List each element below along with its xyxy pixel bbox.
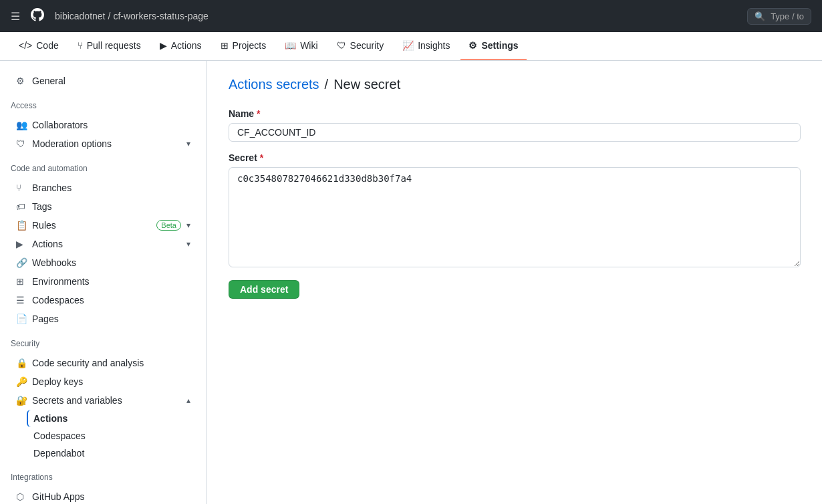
sidebar-tags-label: Tags: [32, 201, 190, 212]
wiki-icon: 📖: [285, 40, 296, 51]
nav-insights[interactable]: 📈 Insights: [394, 32, 458, 60]
hamburger-icon[interactable]: ☰: [11, 10, 20, 23]
breadcrumb-repo[interactable]: cf-workers-status-page: [113, 11, 208, 21]
moderation-chevron-icon: ▾: [186, 139, 190, 148]
secret-label: Secret *: [229, 152, 801, 163]
search-bar[interactable]: 🔍 Type / to: [747, 8, 811, 25]
nav-code-label: Code: [36, 40, 58, 51]
moderation-icon: 🛡: [16, 138, 27, 149]
secret-form-group: Secret * c0c354807827046621d330d8b30f7a4: [229, 152, 801, 269]
sidebar-general-label: General: [32, 76, 190, 86]
sidebar-code-section: Code and automation: [11, 164, 196, 173]
rules-beta-badge: Beta: [156, 220, 181, 231]
branches-icon: ⑂: [16, 182, 27, 193]
nav-code[interactable]: </> Code: [11, 32, 67, 60]
sidebar-item-collaborators[interactable]: 👥 Collaborators: [11, 116, 196, 134]
breadcrumb-sep1: /: [108, 11, 111, 21]
name-input[interactable]: [229, 123, 801, 142]
sidebar-item-codespaces[interactable]: ☰ Codespaces: [11, 291, 196, 309]
nav-actions[interactable]: ▶ Actions: [152, 32, 210, 60]
security-icon: 🛡: [337, 40, 346, 51]
nav-security-label: Security: [350, 40, 384, 51]
code-security-icon: 🔒: [16, 358, 27, 368]
sidebar-sub-item-actions[interactable]: Actions: [27, 410, 196, 427]
sidebar-sub-item-codespaces[interactable]: Codespaces: [27, 427, 196, 445]
webhooks-icon: 🔗: [16, 257, 27, 268]
main-layout: ⚙ General Access 👥 Collaborators 🛡 Moder…: [0, 61, 822, 504]
nav-settings[interactable]: ⚙ Settings: [460, 32, 526, 60]
secret-textarea[interactable]: c0c354807827046621d330d8b30f7a4: [229, 167, 801, 267]
nav-pull-requests-label: Pull requests: [87, 40, 141, 51]
breadcrumb-user[interactable]: bibicadotnet: [55, 11, 106, 21]
sidebar-item-code-security[interactable]: 🔒 Code security and analysis: [11, 354, 196, 372]
name-form-group: Name *: [229, 108, 801, 142]
sidebar-deploy-keys-label: Deploy keys: [32, 376, 190, 387]
sidebar-item-tags[interactable]: 🏷 Tags: [11, 197, 196, 216]
pages-icon: 📄: [16, 313, 27, 324]
breadcrumb-sep: /: [325, 77, 329, 92]
breadcrumb-actions-secrets[interactable]: Actions secrets: [229, 77, 319, 92]
sidebar-sub-dependabot-label: Dependabot: [33, 448, 84, 459]
nav-wiki-label: Wiki: [300, 40, 317, 51]
sidebar-item-deploy-keys[interactable]: 🔑 Deploy keys: [11, 372, 196, 391]
rules-chevron-icon: ▾: [186, 221, 190, 230]
sidebar-webhooks-label: Webhooks: [32, 257, 190, 268]
sidebar-item-secrets-and-variables[interactable]: 🔐 Secrets and variables ▴: [11, 391, 196, 410]
sidebar-sub-actions-label: Actions: [33, 413, 67, 424]
projects-icon: ⊞: [221, 40, 229, 51]
sidebar-code-security-label: Code security and analysis: [32, 358, 190, 368]
sidebar-item-branches[interactable]: ⑂ Branches: [11, 178, 196, 197]
sidebar-github-apps-label: GitHub Apps: [32, 491, 190, 502]
search-icon: 🔍: [755, 11, 765, 21]
actions-sidebar-icon: ▶: [16, 239, 27, 249]
breadcrumb-current: New secret: [333, 77, 400, 92]
page-breadcrumb: Actions secrets / New secret: [229, 77, 801, 92]
nav-wiki[interactable]: 📖 Wiki: [277, 32, 325, 60]
sidebar-item-environments[interactable]: ⊞ Environments: [11, 272, 196, 291]
sidebar-item-general[interactable]: ⚙ General: [11, 72, 196, 90]
sidebar-item-pages[interactable]: 📄 Pages: [11, 309, 196, 328]
sidebar-item-github-apps[interactable]: ⬡ GitHub Apps: [11, 487, 196, 504]
code-icon: </>: [19, 40, 32, 51]
nav-pull-requests[interactable]: ⑂ Pull requests: [70, 32, 149, 60]
name-required: *: [257, 108, 260, 119]
secrets-sub-items: Actions Codespaces Dependabot: [11, 410, 196, 462]
github-apps-icon: ⬡: [16, 491, 27, 502]
nav-projects[interactable]: ⊞ Projects: [213, 32, 275, 60]
general-icon: ⚙: [16, 76, 27, 86]
sidebar-actions-label: Actions: [32, 239, 181, 249]
sidebar-integrations-section: Integrations: [11, 473, 196, 482]
rules-icon: 📋: [16, 220, 27, 231]
actions-icon: ▶: [160, 40, 167, 51]
add-secret-button[interactable]: Add secret: [229, 280, 299, 299]
sidebar-collaborators-label: Collaborators: [32, 120, 190, 130]
sidebar-item-moderation[interactable]: 🛡 Moderation options ▾: [11, 134, 196, 153]
sidebar-moderation-label: Moderation options: [32, 138, 181, 149]
actions-chevron-icon: ▾: [186, 239, 190, 249]
sidebar-item-actions[interactable]: ▶ Actions ▾: [11, 235, 196, 253]
sidebar-rules-label: Rules: [32, 220, 151, 231]
sidebar-environments-label: Environments: [32, 276, 190, 287]
name-label-text: Name: [229, 108, 254, 119]
secrets-icon: 🔐: [16, 395, 27, 406]
sidebar-sub-item-dependabot[interactable]: Dependabot: [27, 445, 196, 462]
pull-request-icon: ⑂: [78, 40, 83, 51]
nav-security[interactable]: 🛡 Security: [329, 32, 392, 60]
sidebar-pages-label: Pages: [32, 313, 190, 324]
insights-icon: 📈: [402, 40, 414, 51]
nav-insights-label: Insights: [418, 40, 450, 51]
codespaces-icon: ☰: [16, 295, 27, 305]
secret-required: *: [260, 152, 263, 163]
topbar: ☰ bibicadotnet / cf-workers-status-page …: [0, 0, 822, 32]
github-logo: [31, 8, 44, 25]
sidebar-item-webhooks[interactable]: 🔗 Webhooks: [11, 253, 196, 272]
sidebar: ⚙ General Access 👥 Collaborators 🛡 Moder…: [0, 61, 207, 504]
settings-icon: ⚙: [468, 40, 477, 51]
sidebar-access-section: Access: [11, 101, 196, 110]
sidebar-item-rules[interactable]: 📋 Rules Beta ▾: [11, 216, 196, 235]
tags-icon: 🏷: [16, 201, 27, 212]
sidebar-secrets-label: Secrets and variables: [32, 395, 181, 406]
sidebar-security-section: Security: [11, 339, 196, 348]
main-content: Actions secrets / New secret Name * Secr…: [207, 61, 822, 504]
nav-actions-label: Actions: [171, 40, 202, 51]
